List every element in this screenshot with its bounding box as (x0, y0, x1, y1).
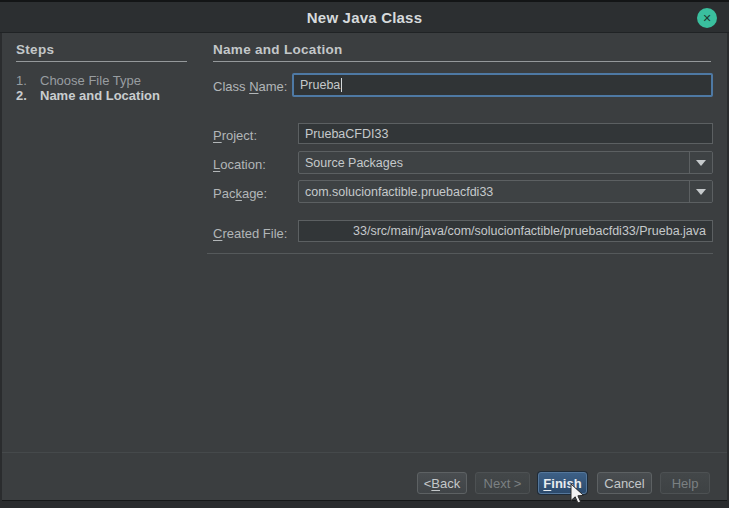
project-value: PruebaCFDI33 (305, 127, 388, 141)
next-button: Next > (475, 472, 530, 494)
back-button[interactable]: < Back (417, 472, 467, 494)
package-dropdown-button[interactable] (689, 181, 712, 202)
dialog-title: New Java Class (307, 9, 422, 26)
label-mnemonic: N (249, 79, 258, 94)
button-label: Cancel (604, 476, 644, 491)
label-text: Pac (213, 186, 235, 201)
label-text: age: (242, 186, 267, 201)
chevron-down-icon (696, 189, 706, 195)
dialog-titlebar[interactable]: New Java Class ✕ (0, 0, 729, 33)
class-name-input[interactable]: Prueba (292, 73, 713, 97)
step-item-name-and-location: 2. Name and Location (16, 88, 160, 103)
step-number: 1. (16, 73, 40, 88)
project-field[interactable]: PruebaCFDI33 (298, 123, 713, 144)
project-label: Project: (213, 128, 257, 143)
label-text: ame: (259, 79, 288, 94)
button-label: Next > (484, 476, 522, 491)
location-dropdown-button[interactable] (689, 152, 712, 173)
package-value: com.solucionfactible.pruebacfdi33 (299, 185, 689, 199)
step-label: Name and Location (40, 88, 160, 103)
text-caret (341, 78, 342, 92)
label-text: Class (213, 79, 249, 94)
location-combobox[interactable]: Source Packages (298, 151, 713, 174)
label-mnemonic: C (213, 226, 222, 241)
button-mnemonic: B (431, 476, 440, 491)
label-text: ocation: (220, 157, 266, 172)
close-icon: ✕ (702, 13, 711, 24)
new-java-class-dialog: New Java Class ✕ Steps 1. Choose File Ty… (0, 0, 729, 508)
form-separator (207, 253, 713, 254)
created-file-label: Created File: (213, 226, 287, 241)
label-text: reated File: (222, 226, 287, 241)
button-label: Help (672, 476, 699, 491)
step-number: 2. (16, 88, 40, 103)
package-label: Package: (213, 186, 267, 201)
help-button[interactable]: Help (660, 472, 710, 494)
step-item-choose-file-type: 1. Choose File Type (16, 73, 141, 88)
cancel-button[interactable]: Cancel (597, 472, 652, 494)
form-heading: Name and Location (213, 42, 711, 62)
button-label: ack (440, 476, 460, 491)
finish-button[interactable]: Finish (538, 472, 587, 494)
buttonbar-separator (2, 452, 727, 453)
created-file-value: 33/src/main/java/com/solucionfactible/pr… (353, 224, 706, 238)
button-mnemonic: F (543, 476, 551, 491)
step-label: Choose File Type (40, 73, 141, 88)
button-label: inish (551, 476, 581, 491)
created-file-field[interactable]: 33/src/main/java/com/solucionfactible/pr… (298, 220, 713, 242)
location-value: Source Packages (299, 156, 689, 170)
class-name-label: Class Name: (213, 79, 287, 94)
class-name-value: Prueba (300, 78, 340, 92)
close-button[interactable]: ✕ (697, 8, 717, 28)
dialog-content: Steps 1. Choose File Type 2. Name and Lo… (2, 33, 727, 501)
steps-heading: Steps (16, 42, 187, 62)
chevron-down-icon (696, 160, 706, 166)
button-label: < (424, 476, 432, 491)
package-combobox[interactable]: com.solucionfactible.pruebacfdi33 (298, 180, 713, 203)
location-label: Location: (213, 157, 266, 172)
label-text: roject: (222, 128, 257, 143)
label-mnemonic: P (213, 128, 222, 143)
